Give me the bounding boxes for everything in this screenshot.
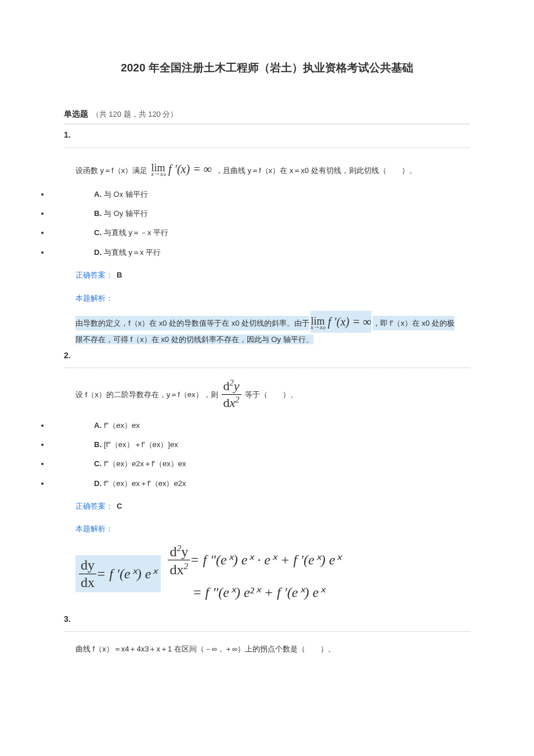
answer-label: 正确答案：B — [75, 268, 470, 282]
option-d[interactable]: D.f″（ex）ex＋f′（ex）e2x — [50, 477, 470, 490]
explain-label: 本题解析： — [75, 291, 470, 305]
q2-options: A.f″（ex）ex B.[f″（ex）＋f′（ex）]ex C.f″（ex）e… — [50, 419, 470, 491]
q1-explanation: 由导数的定义，f（x）在 x0 处的导数值等于在 x0 处切线的斜率。由于 li… — [75, 311, 470, 346]
question-body: 设函数 y＝f（x）满足 lim x→x₀ f ′(x) = ∞ ，且曲线 y＝… — [64, 159, 470, 179]
section-meta: （共 120 题，共 120 分） — [92, 110, 178, 118]
option-c[interactable]: C.f″（ex）e2x＋f′（ex）ex — [50, 457, 470, 470]
q1-explain-formula: lim x→x₀ f ′(x) = ∞ — [311, 311, 371, 333]
answer-label: 正确答案：C — [75, 499, 470, 513]
question-body: 设 f（x）的二阶导数存在，y＝f（ex），则 d2y dx2 等于（ ）。 — [64, 379, 470, 410]
option-b[interactable]: B.与 Oy 轴平行 — [50, 207, 470, 220]
section-header: 单选题 （共 120 题，共 120 分） — [64, 107, 470, 124]
section-label: 单选题 — [64, 109, 88, 118]
q1-post-text: ，且曲线 y＝f（x）在 x＝x0 处有切线，则此切线（ ）。 — [215, 164, 417, 177]
page-title: 2020 年全国注册土木工程师（岩土）执业资格考试公共基础 — [64, 58, 470, 78]
option-a[interactable]: A.与 Ox 轴平行 — [50, 188, 470, 201]
q2-formula-right: d2y dx2 = f ″(eˣ) eˣ · eˣ + f ′(eˣ) eˣ =… — [168, 542, 341, 606]
question-number: 3. — [64, 612, 470, 627]
option-d[interactable]: D.与直线 y＝x 平行 — [50, 246, 470, 259]
option-c[interactable]: C.与直线 y＝－x 平行 — [50, 226, 470, 239]
q2-pre-text: 设 f（x）的二阶导数存在，y＝f（ex），则 — [75, 388, 218, 401]
q1-options: A.与 Ox 轴平行 B.与 Oy 轴平行 C.与直线 y＝－x 平行 D.与直… — [50, 188, 470, 260]
divider — [64, 631, 470, 632]
option-b[interactable]: B.[f″（ex）＋f′（ex）]ex — [50, 438, 470, 451]
q1-explain-pre: 由导数的定义，f（x）在 x0 处的导数值等于在 x0 处切线的斜率。由于 — [75, 316, 309, 330]
q2-frac-formula: d2y dx2 — [219, 379, 244, 410]
q1-pre-text: 设函数 y＝f（x）满足 — [75, 164, 147, 177]
q2-post-text: 等于（ ）。 — [245, 388, 298, 401]
divider — [64, 147, 470, 148]
option-a[interactable]: A.f″（ex）ex — [50, 419, 470, 432]
question-body: 曲线 f（x）＝x4＋4x3＋x＋1 在区间（－∞，＋∞）上的拐点个数是（ ）。 — [75, 642, 470, 656]
question-number: 1. — [64, 128, 470, 142]
q1-explain-post: ，即 f′（x）在 x0 处的极 — [373, 316, 454, 330]
q2-formula-left: dy dx = f ′(eˣ) eˣ — [75, 555, 161, 592]
q1-explain-line2: 限不存在，可得 f（x）在 x0 处的切线斜率不存在，因此与 Oy 轴平行。 — [75, 334, 313, 344]
divider — [64, 368, 470, 368]
q1-limit-formula: lim x→x₀ f ′(x) = ∞ — [149, 159, 214, 179]
q2-big-formula: dy dx = f ′(eˣ) eˣ d2y dx2 = f ″(eˣ) eˣ … — [75, 542, 470, 606]
explain-label: 本题解析： — [75, 522, 470, 535]
question-number: 2. — [64, 348, 470, 363]
